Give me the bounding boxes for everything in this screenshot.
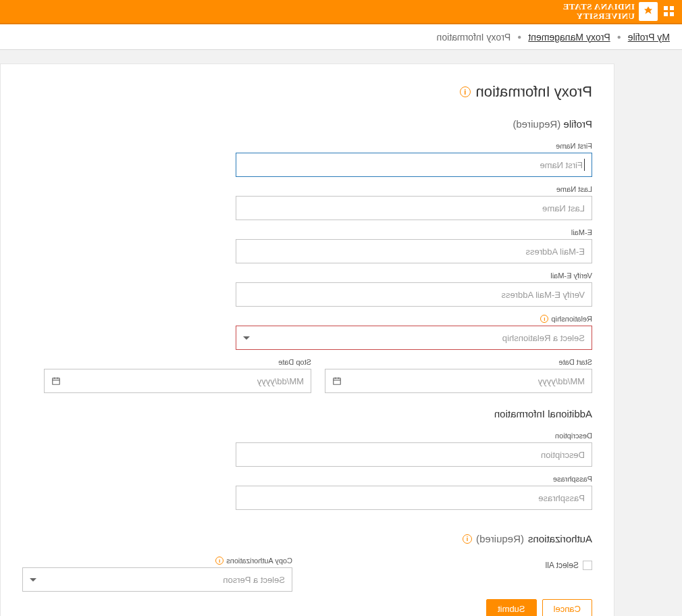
relationship-select[interactable]: Select a Relationship [236, 326, 592, 350]
passphrase-label: Passphrase [22, 475, 592, 483]
select-all-checkbox-row[interactable]: Select All [546, 561, 592, 570]
first-name-label: First Name [22, 142, 592, 150]
verify-email-field[interactable] [236, 282, 592, 307]
last-name-field[interactable] [236, 196, 592, 220]
select-all-checkbox[interactable] [583, 561, 592, 570]
section-profile-required: (Required) [513, 118, 560, 130]
breadcrumb-proxy-management[interactable]: Proxy Management [528, 32, 610, 43]
authorizations-row: Select All Copy Authorizations i Select … [22, 557, 592, 592]
page-title-text: Proxy Information [476, 83, 592, 101]
copy-authorizations-group: Copy Authorizations i Select a Person [22, 557, 292, 592]
info-icon[interactable]: i [463, 534, 472, 544]
section-authorizations-heading: Authorizations (Required) i [22, 533, 592, 544]
leaf-icon [642, 5, 654, 18]
university-name: INDIANA STATE UNIVERSITY [562, 2, 635, 20]
apps-menu-icon[interactable] [663, 6, 674, 17]
description-group: Description [22, 432, 592, 467]
chevron-down-icon [30, 578, 36, 582]
stop-date-field[interactable]: MM/dd/yyyy [44, 369, 311, 393]
first-name-placeholder: First Name [540, 160, 583, 170]
breadcrumb-sep-icon: ● [517, 33, 521, 41]
section-authorizations-label: Authorizations [528, 533, 592, 544]
chevron-down-icon [243, 336, 250, 340]
first-name-field[interactable]: First Name [236, 153, 592, 177]
breadcrumb-sep-icon: ● [617, 33, 621, 41]
stop-date-label: Stop Date [44, 358, 311, 366]
info-icon[interactable]: i [540, 315, 548, 323]
section-profile-label: Profile [563, 118, 592, 130]
first-name-group: First Name First Name [22, 142, 592, 177]
content-card: Proxy Information i Profile (Required) F… [0, 63, 614, 616]
university-name-line2: UNIVERSITY [562, 11, 635, 21]
university-logo-icon [639, 2, 658, 21]
section-authorizations-required: (Required) [476, 533, 524, 544]
relationship-group: Relationship i Select a Relationship [22, 315, 592, 350]
page-title: Proxy Information i [22, 83, 592, 101]
start-date-field[interactable]: MM/dd/yyyy [325, 369, 592, 393]
page-body: Proxy Information i Profile (Required) F… [0, 50, 682, 616]
form-buttons: Cancel Submit [486, 599, 592, 616]
copy-authorizations-placeholder: Select a Person [223, 575, 285, 585]
svg-rect-0 [334, 378, 341, 384]
relationship-label-text: Relationship [551, 315, 592, 323]
last-name-label: Last Name [22, 185, 592, 193]
verify-email-label: Verify E-Mail [22, 272, 592, 280]
breadcrumb: My Profile ● Proxy Management ● Proxy In… [0, 24, 682, 50]
info-icon[interactable]: i [215, 557, 224, 565]
relationship-label: Relationship i [22, 315, 592, 323]
copy-authorizations-label: Copy Authorizations i [22, 557, 292, 565]
passphrase-group: Passphrase [22, 475, 592, 510]
copy-authorizations-label-text: Copy Authorizations [226, 557, 292, 565]
svg-rect-4 [53, 378, 60, 384]
start-date-label: Start Date [325, 358, 592, 366]
cancel-button[interactable]: Cancel [542, 599, 592, 616]
section-profile-heading: Profile (Required) [22, 118, 592, 130]
copy-authorizations-select[interactable]: Select a Person [22, 567, 292, 592]
select-all-label: Select All [546, 561, 579, 570]
breadcrumb-current: Proxy Information [437, 32, 511, 43]
email-label: E-Mail [22, 228, 592, 236]
email-field[interactable] [236, 239, 592, 263]
last-name-group: Last Name [22, 185, 592, 220]
section-additional-label: Additional Information [494, 408, 592, 419]
start-date-group: Start Date MM/dd/yyyy [325, 358, 592, 393]
university-name-line1: INDIANA STATE [562, 2, 635, 11]
start-date-placeholder: MM/dd/yyyy [538, 376, 585, 386]
email-group: E-Mail [22, 228, 592, 263]
description-field[interactable] [236, 442, 592, 467]
breadcrumb-my-profile[interactable]: My Profile [628, 32, 670, 43]
stop-date-group: Stop Date MM/dd/yyyy [44, 358, 311, 393]
calendar-icon [51, 376, 61, 386]
passphrase-field[interactable] [236, 486, 592, 510]
relationship-placeholder: Select a Relationship [502, 333, 585, 343]
section-additional-heading: Additional Information [22, 408, 592, 419]
info-icon[interactable]: i [460, 86, 471, 97]
calendar-icon [332, 376, 342, 386]
stop-date-placeholder: MM/dd/yyyy [257, 376, 304, 386]
app-header: INDIANA STATE UNIVERSITY [0, 0, 682, 24]
description-label: Description [22, 432, 592, 440]
select-all-group: Select All [546, 557, 592, 570]
submit-button[interactable]: Submit [486, 599, 536, 616]
date-row: Start Date MM/dd/yyyy Stop Date MM/dd/yy… [22, 358, 592, 393]
verify-email-group: Verify E-Mail [22, 272, 592, 307]
